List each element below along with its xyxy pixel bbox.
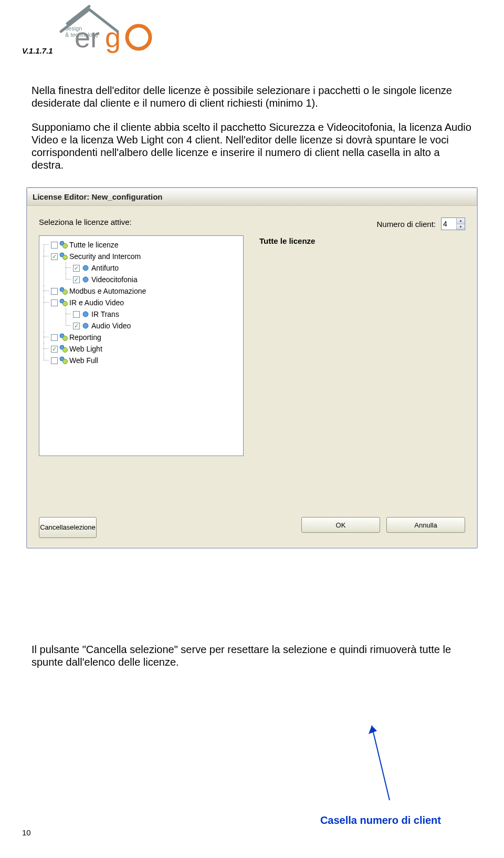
checkbox-icon[interactable]: ✓: [51, 346, 58, 353]
tree-node[interactable]: Web Full: [51, 355, 98, 366]
tree-node[interactable]: ✓Security and Intercom: [51, 251, 141, 262]
svg-text:& technology: & technology: [65, 32, 99, 38]
svg-line-23: [372, 726, 390, 800]
svg-point-15: [83, 312, 88, 317]
tree-node-label: Reporting: [69, 332, 101, 343]
checkbox-icon[interactable]: [51, 242, 58, 249]
tree-node[interactable]: IR Trans: [73, 308, 119, 320]
tree-node-label: Web Full: [69, 355, 98, 366]
svg-text:g: g: [105, 22, 121, 53]
page-number: 10: [22, 828, 31, 837]
svg-point-22: [63, 359, 68, 364]
checkbox-icon[interactable]: [51, 334, 58, 341]
svg-point-12: [63, 290, 68, 295]
dialog-title: License Editor: New_configuration: [27, 188, 477, 206]
checkbox-icon[interactable]: ✓: [73, 323, 80, 329]
tree-node-label: Tutte le licenze: [69, 239, 119, 251]
tree-node-label: IR Trans: [91, 308, 119, 320]
svg-point-6: [63, 244, 68, 249]
checkbox-icon[interactable]: [51, 288, 58, 295]
tree-node-label: Modbus e Automazione: [69, 285, 146, 297]
tree-node-label: Videocitofonia: [91, 274, 138, 285]
tree-node-label: Audio Video: [91, 320, 131, 332]
license-tree[interactable]: Tutte le licenze✓Security and Intercom✓A…: [39, 235, 244, 456]
arrow-icon: [368, 721, 399, 805]
license-editor-dialog: License Editor: New_configuration Selezi…: [26, 187, 478, 549]
ergo-logo: er g design & technology: [58, 0, 158, 60]
spin-down-icon[interactable]: ▼: [457, 224, 465, 230]
checkbox-icon[interactable]: [51, 357, 58, 364]
svg-point-18: [63, 336, 68, 341]
tree-node[interactable]: IR e Audio Video: [51, 297, 124, 308]
cancel-button[interactable]: Annulla: [386, 517, 465, 533]
checkbox-icon[interactable]: [73, 311, 80, 318]
svg-point-8: [63, 255, 68, 260]
tree-node-label: Security and Intercom: [69, 251, 141, 262]
tree-node[interactable]: ✓Videocitofonia: [73, 274, 138, 285]
svg-point-20: [63, 348, 68, 353]
tree-node[interactable]: ✓Audio Video: [73, 320, 131, 332]
tree-node[interactable]: Tutte le licenze: [51, 239, 119, 251]
svg-text:design: design: [65, 25, 82, 32]
tree-node-label: Web Light: [69, 343, 102, 355]
spin-up-icon[interactable]: ▲: [457, 218, 465, 224]
checkbox-icon[interactable]: ✓: [73, 265, 80, 272]
version-label: V.1.1.7.1: [22, 46, 53, 55]
tree-node[interactable]: ✓Antifurto: [73, 262, 119, 274]
client-count-label: Numero di client:: [376, 220, 436, 229]
paragraph-1: Nella finestra dell'editor delle licenze…: [32, 84, 472, 109]
svg-point-10: [83, 277, 88, 282]
tree-node[interactable]: ✓Web Light: [51, 343, 102, 355]
tree-node[interactable]: Reporting: [51, 332, 101, 343]
client-count-callout: Casella numero di client: [320, 814, 441, 826]
select-licenses-label: Seleziona le licenze attive:: [39, 218, 132, 230]
client-count-spinner[interactable]: ▲ ▼: [441, 218, 465, 230]
checkbox-icon[interactable]: ✓: [51, 253, 58, 260]
svg-point-2: [127, 26, 150, 49]
ok-button[interactable]: OK: [301, 517, 380, 533]
clear-selection-button[interactable]: Cancellaselezione: [39, 517, 97, 538]
checkbox-icon[interactable]: [51, 299, 58, 306]
svg-point-16: [83, 323, 88, 328]
right-panel-title: Tutte le licenze: [259, 236, 465, 245]
footer-paragraph: Il pulsante "Cancella selezione" serve p…: [32, 643, 472, 668]
paragraph-2: Supponiamo che il cliente abbia scelto i…: [32, 121, 472, 171]
tree-node-label: IR e Audio Video: [69, 297, 124, 308]
checkbox-icon[interactable]: ✓: [73, 276, 80, 283]
svg-marker-24: [369, 726, 377, 734]
svg-point-14: [63, 302, 68, 306]
tree-node-label: Antifurto: [91, 262, 119, 274]
client-count-input[interactable]: [442, 218, 456, 230]
tree-node[interactable]: Modbus e Automazione: [51, 285, 146, 297]
svg-point-9: [83, 265, 88, 271]
